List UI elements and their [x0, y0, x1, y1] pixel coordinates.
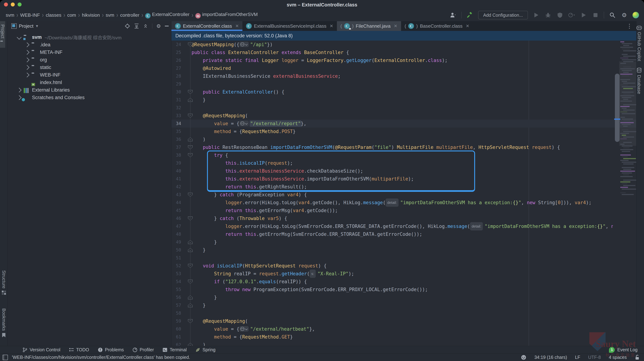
run-anything-icon[interactable] — [580, 11, 587, 19]
fold-marker-icon[interactable] — [188, 303, 192, 307]
tree-item-web-inf[interactable]: WEB-INF — [8, 71, 171, 79]
code-line[interactable]: 34 value = {"/external/report"}, — [172, 120, 636, 127]
chevron-right-icon[interactable] — [24, 50, 30, 55]
line-number[interactable]: 39 — [172, 159, 181, 167]
tree-item-meta-inf[interactable]: META-INF — [8, 48, 171, 56]
indent-setting[interactable]: 4 spaces — [609, 355, 627, 360]
fold-marker-icon[interactable] — [188, 319, 192, 323]
code-editor[interactable]: 24@RequestMapping({"/api"})25public clas… — [172, 40, 636, 346]
tab-options-kebab-icon[interactable]: ⋮ — [626, 23, 636, 29]
line-number[interactable]: 61 — [172, 333, 181, 341]
breadcrumb-item[interactable]: mimportDataFromOtherSVM — [194, 11, 259, 19]
tree-item-index-html[interactable]: Hindex.html — [8, 79, 171, 86]
line-number[interactable]: 51 — [172, 254, 181, 262]
assistant-face-icon[interactable] — [521, 355, 526, 360]
line-number[interactable]: 43 — [172, 191, 181, 199]
line-number[interactable]: 35 — [172, 127, 181, 135]
fold-marker-icon[interactable] — [188, 42, 192, 46]
code-line[interactable]: 54 if ("127.0.0.1".equals(realIP)) { — [172, 278, 636, 286]
chevron-down-icon[interactable] — [17, 35, 22, 40]
line-number[interactable]: 54 — [172, 278, 181, 286]
breadcrumb-item[interactable]: CExternalController — [144, 11, 190, 19]
chevron-right-icon[interactable] — [17, 88, 22, 92]
code-minimap[interactable] — [620, 41, 636, 237]
code-line[interactable]: 59 @RequestMapping( — [172, 317, 636, 325]
line-number[interactable]: 50 — [172, 246, 181, 254]
code-line[interactable]: 27 @Autowired — [172, 64, 636, 72]
breadcrumb-item[interactable]: svm — [104, 12, 115, 18]
line-number[interactable]: 33 — [172, 112, 181, 120]
tree-item--idea[interactable]: .idea — [8, 41, 171, 48]
chevron-down-icon[interactable]: ▼ — [35, 24, 39, 28]
coverage-icon[interactable] — [556, 11, 564, 19]
toolbar-item-todo[interactable]: TODO — [69, 347, 89, 352]
caret-position[interactable]: 34:19 (16 chars) — [534, 355, 567, 360]
close-tab-icon[interactable]: ✕ — [235, 23, 239, 28]
url-navigate-globe-icon[interactable] — [239, 326, 249, 332]
chevron-right-icon[interactable] — [24, 42, 30, 47]
close-tab-icon[interactable]: ✕ — [394, 23, 398, 28]
sidebar-item-project[interactable]: Project — [0, 21, 5, 48]
sidebar-item-structure[interactable]: Structure — [1, 267, 6, 298]
code-line[interactable]: 28 IExternalBusinessService externalBusi… — [172, 72, 636, 80]
expand-all-icon[interactable] — [134, 23, 139, 29]
toolbar-item-problems[interactable]: Problems — [98, 347, 124, 352]
line-number[interactable]: 34 — [172, 120, 181, 127]
fold-marker-icon[interactable] — [188, 216, 192, 220]
breadcrumb-item[interactable]: hikvision — [81, 12, 101, 18]
code-line[interactable]: 26 private static final Logger logger = … — [172, 56, 636, 64]
debug-icon[interactable] — [544, 11, 552, 19]
line-number[interactable]: 37 — [172, 143, 181, 151]
line-number[interactable]: 47 — [172, 222, 181, 230]
toolbar-item-terminal[interactable]: Terminal — [162, 347, 186, 352]
code-line[interactable]: 33 @RequestMapping( — [172, 112, 636, 120]
fold-marker-icon[interactable] — [188, 343, 192, 346]
code-line[interactable]: 60 value = {"/external/heartbeat"}, — [172, 325, 636, 333]
line-number[interactable]: 42 — [172, 183, 181, 191]
toolbar-item-spring[interactable]: Spring — [195, 347, 216, 352]
breadcrumb-item[interactable]: com — [66, 12, 77, 18]
line-number[interactable]: 60 — [172, 325, 181, 333]
editor-tab[interactable]: (C)BaseController.class✕ — [401, 21, 473, 31]
tree-item-external-libraries[interactable]: External Libraries — [8, 86, 171, 94]
url-navigate-globe-icon[interactable] — [239, 42, 249, 47]
editor-tab[interactable]: CExternalController.class✕ — [172, 21, 242, 31]
breadcrumb-item[interactable]: WEB-INF — [19, 12, 41, 18]
code-line[interactable]: 49 } — [172, 238, 636, 246]
line-number[interactable]: 27 — [172, 64, 181, 72]
code-line[interactable]: 32 — [172, 104, 636, 112]
line-number[interactable]: 49 — [172, 238, 181, 246]
code-line[interactable]: 48 return this.getErrorMsg(SvmErrorCode.… — [172, 230, 636, 238]
line-number[interactable]: 62 — [172, 341, 181, 346]
code-line[interactable]: 43 } catch (ProgramException var4) { — [172, 191, 636, 199]
code-line[interactable]: 38 try { — [172, 151, 636, 159]
chevron-right-icon[interactable] — [24, 57, 30, 62]
code-line[interactable]: 44 logger.error(HikLog.toLog(var4.getCod… — [172, 199, 636, 207]
user-profile-icon[interactable] — [450, 11, 456, 19]
close-tab-icon[interactable]: ✕ — [466, 23, 469, 28]
fold-marker-icon[interactable] — [188, 240, 192, 244]
sidebar-item-database[interactable]: Database — [636, 64, 642, 97]
code-line[interactable]: 55 throw new ProgramException(SvmErrorCo… — [172, 286, 636, 294]
code-line[interactable]: 50 } — [172, 246, 636, 254]
file-encoding[interactable]: UTF-8 — [588, 355, 601, 360]
copilot-sphere-icon[interactable] — [632, 12, 639, 18]
code-line[interactable]: 40 this.externalBusinessService.checkDat… — [172, 167, 636, 175]
breadcrumb-item[interactable]: svm — [5, 12, 16, 18]
project-panel-title[interactable]: Project — [19, 23, 34, 29]
line-number[interactable]: 52 — [172, 262, 181, 270]
line-number[interactable]: 58 — [172, 309, 181, 317]
tree-item-org[interactable]: org — [8, 56, 171, 63]
stop-icon[interactable] — [592, 11, 599, 19]
code-line[interactable]: 31 } — [172, 96, 636, 104]
line-number[interactable]: 45 — [172, 207, 181, 214]
event-log-button[interactable]: 1Event Log — [609, 347, 644, 353]
line-number[interactable]: 53 — [172, 270, 181, 278]
fold-marker-icon[interactable] — [188, 98, 192, 102]
fold-marker-icon[interactable] — [188, 90, 192, 94]
chevron-right-icon[interactable] — [24, 65, 30, 70]
line-number[interactable]: 28 — [172, 72, 181, 80]
breadcrumb-item[interactable]: classes — [45, 12, 62, 18]
code-line[interactable]: 56 } — [172, 294, 636, 301]
chevron-right-icon[interactable] — [17, 95, 22, 100]
